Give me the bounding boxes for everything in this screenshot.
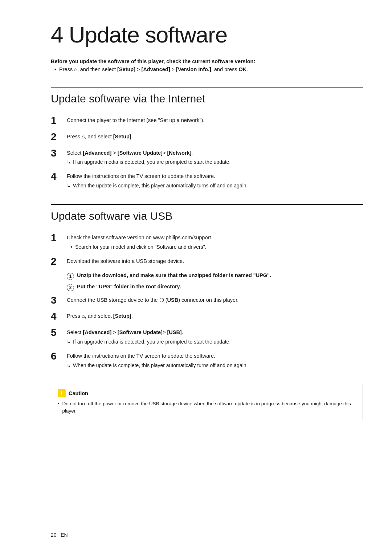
internet-step-1: 1 Connect the player to the Internet (se… bbox=[51, 115, 363, 126]
internet-step-3: 3 Select [Advanced] > [Software Update]>… bbox=[51, 148, 363, 166]
step-content: Select [Advanced] > [Software Update]> [… bbox=[67, 327, 230, 346]
circled-step-1: 1 Unzip the download, and make sure that… bbox=[67, 272, 363, 280]
step-number: 4 bbox=[51, 311, 62, 322]
caution-text: • Do not turn off the power or remove th… bbox=[58, 400, 356, 415]
step-content: Follow the instructions on the TV screen… bbox=[67, 171, 248, 190]
caution-icon: ! bbox=[58, 389, 66, 397]
step-content: Download the software into a USB storage… bbox=[67, 256, 184, 265]
usb-step-6: 6 Follow the instructions on the TV scre… bbox=[51, 351, 363, 369]
section-internet: Update software via the Internet 1 Conne… bbox=[51, 87, 363, 190]
intro-bullet: • bbox=[54, 66, 56, 72]
step-content: Check the latest software version on www… bbox=[67, 232, 212, 251]
section-usb-heading: Update software via USB bbox=[51, 204, 363, 222]
step-number: 3 bbox=[51, 295, 62, 306]
step-content: Connect the player to the Internet (see … bbox=[67, 115, 204, 125]
footer: 20 EN bbox=[51, 532, 68, 538]
sub-note: ↳ If an upgrade media is detected, you a… bbox=[67, 158, 230, 166]
caution-box: ! Caution • Do not turn off the power or… bbox=[51, 384, 363, 421]
usb-steps-cont: 3 Connect the USB storage device to the … bbox=[51, 295, 363, 369]
usb-step-1: 1 Check the latest software version on w… bbox=[51, 232, 363, 251]
step-number: 4 bbox=[51, 171, 62, 182]
circled-step-2-text: Put the "UPG" folder in the root directo… bbox=[75, 284, 181, 289]
arrow-icon: ↳ bbox=[67, 362, 71, 369]
intro-bold-text: Before you update the software of this p… bbox=[51, 58, 363, 64]
step-number: 5 bbox=[51, 327, 62, 338]
usb-step-4: 4 Press ⌂, and select [Setup]. bbox=[51, 311, 363, 322]
step-number: 2 bbox=[51, 256, 62, 267]
step-content: Press ⌂, and select [Setup]. bbox=[67, 311, 133, 320]
circled-num-2: 2 bbox=[67, 284, 74, 291]
step-number: 2 bbox=[51, 131, 62, 143]
sub-note: ↳ When the update is complete, this play… bbox=[67, 182, 248, 190]
section-usb: Update software via USB 1 Check the late… bbox=[51, 204, 363, 369]
sub-bullet: • Search for your model and click on "So… bbox=[70, 243, 212, 251]
intro-item: • Press ⌂, and then select [Setup] > [Ad… bbox=[54, 66, 363, 72]
sub-bullet-dot: • bbox=[70, 243, 72, 251]
caution-header: ! Caution bbox=[58, 389, 356, 397]
sub-note: ↳ When the update is complete, this play… bbox=[67, 362, 248, 369]
step-content: Select [Advanced] > [Software Update]> [… bbox=[67, 148, 230, 166]
caution-description: Do not turn off the power or remove the … bbox=[62, 400, 356, 415]
circled-step-2: 2 Put the "UPG" folder in the root direc… bbox=[67, 284, 363, 291]
step-content: Press ⌂, and select [Setup]. bbox=[67, 131, 133, 141]
step-number: 1 bbox=[51, 232, 62, 244]
usb-steps: 1 Check the latest software version on w… bbox=[51, 232, 363, 267]
arrow-icon: ↳ bbox=[67, 182, 71, 190]
intro-section: Before you update the software of this p… bbox=[51, 58, 363, 72]
circled-step-1-text: Unzip the download, and make sure that t… bbox=[75, 272, 271, 278]
intro-item-text: Press ⌂, and then select [Setup] > [Adva… bbox=[59, 66, 248, 72]
step-number: 1 bbox=[51, 115, 62, 126]
page-number: 20 bbox=[51, 532, 57, 538]
sub-bullet-text: Search for your model and click on "Soft… bbox=[75, 243, 207, 251]
caution-bullet: • bbox=[58, 400, 60, 407]
internet-steps: 1 Connect the player to the Internet (se… bbox=[51, 115, 363, 190]
sub-note-text: When the update is complete, this player… bbox=[73, 182, 248, 190]
internet-step-2: 2 Press ⌂, and select [Setup]. bbox=[51, 131, 363, 143]
step-content: Connect the USB storage device to the ⬡ … bbox=[67, 295, 238, 304]
arrow-icon: ↳ bbox=[67, 159, 71, 166]
sub-note-text: If an upgrade media is detected, you are… bbox=[73, 158, 230, 166]
usb-step-3: 3 Connect the USB storage device to the … bbox=[51, 295, 363, 306]
section-internet-heading: Update software via the Internet bbox=[51, 87, 363, 105]
page-title: 4 Update software bbox=[51, 22, 363, 48]
usb-step-2: 2 Download the software into a USB stora… bbox=[51, 256, 363, 267]
sub-note-text: When the update is complete, this player… bbox=[73, 362, 248, 369]
step-number: 3 bbox=[51, 148, 62, 159]
lang-label: EN bbox=[61, 532, 68, 538]
step-content: Follow the instructions on the TV screen… bbox=[67, 351, 248, 369]
sub-note: ↳ If an upgrade media is detected, you a… bbox=[67, 338, 230, 346]
arrow-icon: ↳ bbox=[67, 338, 71, 346]
caution-label: Caution bbox=[69, 390, 88, 396]
circled-num-1: 1 bbox=[67, 273, 74, 280]
internet-step-4: 4 Follow the instructions on the TV scre… bbox=[51, 171, 363, 190]
sub-note-text: If an upgrade media is detected, you are… bbox=[73, 338, 230, 346]
step-number: 6 bbox=[51, 351, 62, 362]
usb-step-5: 5 Select [Advanced] > [Software Update]>… bbox=[51, 327, 363, 346]
